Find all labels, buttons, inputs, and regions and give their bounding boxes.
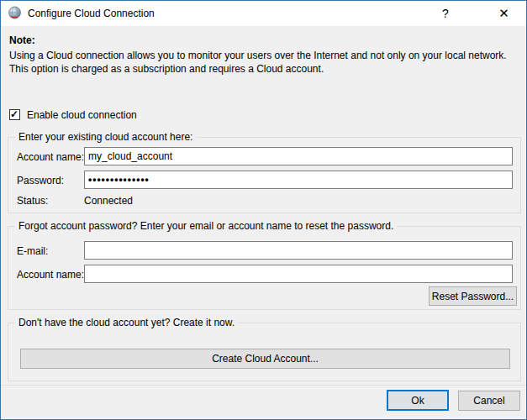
status-value: Connected — [84, 195, 133, 207]
help-button[interactable]: ? — [426, 1, 465, 26]
window-title: Configure Cloud Connection — [28, 1, 155, 26]
ok-button[interactable]: Ok — [387, 390, 449, 411]
create-cloud-account-button[interactable]: Create Cloud Account... — [20, 349, 510, 369]
footer-separator — [1, 385, 526, 386]
reset-password-button[interactable]: Reset Password... — [429, 286, 517, 306]
email-label: E-mail: — [17, 245, 48, 257]
existing-account-group-title: Enter your existing cloud account here: — [15, 131, 196, 143]
password-label: Password: — [17, 175, 64, 186]
reset-password-group-title: Forgot account password? Enter your emai… — [15, 220, 397, 232]
note-body: Using a Cloud connection allows you to m… — [9, 49, 520, 76]
cancel-button[interactable]: Cancel — [458, 391, 520, 411]
note-heading: Note: — [9, 34, 35, 46]
reset-account-name-label: Account name: — [17, 269, 84, 281]
cloud-connection-app-icon — [8, 6, 22, 20]
email-field[interactable] — [84, 241, 513, 260]
titlebar: Configure Cloud Connection ? ✕ — [1, 1, 526, 26]
reset-account-name-field[interactable] — [84, 265, 513, 283]
create-account-group: Don't have the cloud account yet? Create… — [8, 323, 521, 381]
configure-cloud-connection-dialog: Configure Cloud Connection ? ✕ Note: Usi… — [0, 0, 527, 420]
password-field[interactable] — [84, 171, 513, 189]
existing-account-group: Enter your existing cloud account here: … — [8, 137, 521, 213]
status-label: Status: — [17, 195, 48, 207]
close-icon[interactable]: ✕ — [482, 1, 526, 26]
account-name-label: Account name: — [17, 151, 84, 163]
reset-password-group: Forgot account password? Enter your emai… — [8, 226, 521, 310]
account-name-field[interactable] — [84, 147, 513, 165]
create-account-group-title: Don't have the cloud account yet? Create… — [15, 317, 238, 328]
checkbox-check-icon[interactable] — [9, 109, 20, 120]
enable-cloud-connection-label: Enable cloud connection — [27, 109, 137, 121]
